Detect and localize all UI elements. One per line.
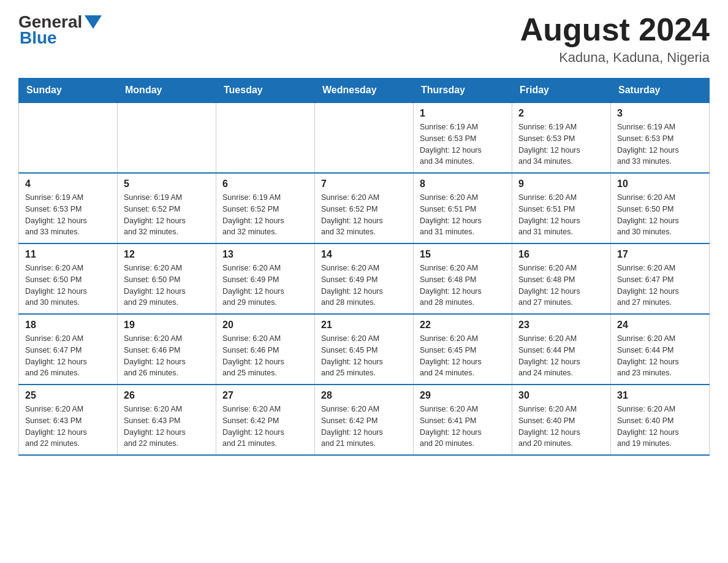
day-number: 20: [222, 320, 308, 331]
day-number: 28: [321, 390, 407, 401]
page-header: General Blue August 2024 Kaduna, Kaduna,…: [18, 12, 710, 66]
day-info: Sunrise: 6:20 AM Sunset: 6:42 PM Dayligh…: [321, 404, 407, 450]
calendar-day-25: 25Sunrise: 6:20 AM Sunset: 6:43 PM Dayli…: [19, 385, 118, 455]
calendar-day-10: 10Sunrise: 6:20 AM Sunset: 6:50 PM Dayli…: [611, 173, 710, 243]
day-number: 29: [420, 390, 506, 401]
calendar-day-11: 11Sunrise: 6:20 AM Sunset: 6:50 PM Dayli…: [19, 243, 118, 314]
calendar-day-31: 31Sunrise: 6:20 AM Sunset: 6:40 PM Dayli…: [611, 385, 710, 455]
calendar-day-8: 8Sunrise: 6:20 AM Sunset: 6:51 PM Daylig…: [414, 173, 512, 243]
day-info: Sunrise: 6:20 AM Sunset: 6:47 PM Dayligh…: [25, 333, 111, 379]
day-number: 26: [124, 390, 210, 401]
weekday-header-wednesday: Wednesday: [315, 79, 414, 103]
calendar-day-21: 21Sunrise: 6:20 AM Sunset: 6:45 PM Dayli…: [315, 314, 414, 385]
calendar-day-15: 15Sunrise: 6:20 AM Sunset: 6:48 PM Dayli…: [414, 243, 512, 314]
day-info: Sunrise: 6:20 AM Sunset: 6:44 PM Dayligh…: [617, 333, 703, 379]
svg-marker-0: [85, 15, 102, 29]
calendar-day-16: 16Sunrise: 6:20 AM Sunset: 6:48 PM Dayli…: [512, 243, 611, 314]
day-info: Sunrise: 6:20 AM Sunset: 6:49 PM Dayligh…: [321, 262, 407, 308]
day-info: Sunrise: 6:20 AM Sunset: 6:46 PM Dayligh…: [222, 333, 308, 379]
day-info: Sunrise: 6:20 AM Sunset: 6:50 PM Dayligh…: [124, 262, 210, 308]
calendar-week-row: 4Sunrise: 6:19 AM Sunset: 6:53 PM Daylig…: [19, 173, 710, 243]
day-number: 10: [617, 178, 703, 190]
title-block: August 2024 Kaduna, Kaduna, Nigeria: [520, 12, 710, 66]
day-number: 16: [518, 249, 604, 260]
calendar-day-29: 29Sunrise: 6:20 AM Sunset: 6:41 PM Dayli…: [414, 385, 512, 455]
day-info: Sunrise: 6:20 AM Sunset: 6:41 PM Dayligh…: [420, 404, 506, 450]
day-info: Sunrise: 6:20 AM Sunset: 6:43 PM Dayligh…: [124, 404, 210, 450]
day-info: Sunrise: 6:20 AM Sunset: 6:50 PM Dayligh…: [617, 192, 703, 238]
calendar-day-3: 3Sunrise: 6:19 AM Sunset: 6:53 PM Daylig…: [611, 102, 710, 173]
day-number: 18: [25, 320, 111, 331]
month-title: August 2024: [520, 12, 710, 47]
day-info: Sunrise: 6:20 AM Sunset: 6:40 PM Dayligh…: [518, 404, 604, 450]
calendar-day-4: 4Sunrise: 6:19 AM Sunset: 6:53 PM Daylig…: [19, 173, 118, 243]
day-number: 13: [222, 249, 308, 260]
day-number: 31: [617, 390, 703, 401]
calendar-day-27: 27Sunrise: 6:20 AM Sunset: 6:42 PM Dayli…: [216, 385, 315, 455]
day-number: 27: [222, 390, 308, 401]
calendar-day-24: 24Sunrise: 6:20 AM Sunset: 6:44 PM Dayli…: [611, 314, 710, 385]
day-info: Sunrise: 6:20 AM Sunset: 6:50 PM Dayligh…: [25, 262, 111, 308]
calendar-empty-cell: [315, 102, 414, 173]
calendar-day-30: 30Sunrise: 6:20 AM Sunset: 6:40 PM Dayli…: [512, 385, 611, 455]
calendar-day-22: 22Sunrise: 6:20 AM Sunset: 6:45 PM Dayli…: [414, 314, 512, 385]
weekday-header-sunday: Sunday: [19, 79, 118, 103]
day-info: Sunrise: 6:20 AM Sunset: 6:47 PM Dayligh…: [617, 262, 703, 308]
calendar-day-6: 6Sunrise: 6:19 AM Sunset: 6:52 PM Daylig…: [216, 173, 315, 243]
calendar-day-7: 7Sunrise: 6:20 AM Sunset: 6:52 PM Daylig…: [315, 173, 414, 243]
calendar-day-1: 1Sunrise: 6:19 AM Sunset: 6:53 PM Daylig…: [414, 102, 512, 173]
calendar-empty-cell: [118, 102, 216, 173]
location-title: Kaduna, Kaduna, Nigeria: [520, 50, 710, 66]
calendar-week-row: 25Sunrise: 6:20 AM Sunset: 6:43 PM Dayli…: [19, 385, 710, 455]
day-number: 15: [420, 249, 506, 260]
day-info: Sunrise: 6:19 AM Sunset: 6:53 PM Dayligh…: [420, 121, 506, 167]
calendar-day-19: 19Sunrise: 6:20 AM Sunset: 6:46 PM Dayli…: [118, 314, 216, 385]
day-info: Sunrise: 6:20 AM Sunset: 6:51 PM Dayligh…: [518, 192, 604, 238]
calendar-day-13: 13Sunrise: 6:20 AM Sunset: 6:49 PM Dayli…: [216, 243, 315, 314]
calendar-day-12: 12Sunrise: 6:20 AM Sunset: 6:50 PM Dayli…: [118, 243, 216, 314]
day-number: 25: [25, 390, 111, 401]
calendar-week-row: 18Sunrise: 6:20 AM Sunset: 6:47 PM Dayli…: [19, 314, 710, 385]
day-number: 6: [222, 178, 308, 190]
day-number: 19: [124, 320, 210, 331]
day-number: 3: [617, 108, 703, 119]
weekday-header-monday: Monday: [118, 79, 216, 103]
weekday-header-row: SundayMondayTuesdayWednesdayThursdayFrid…: [19, 79, 710, 103]
day-number: 8: [420, 178, 506, 190]
day-info: Sunrise: 6:20 AM Sunset: 6:48 PM Dayligh…: [518, 262, 604, 308]
day-number: 17: [617, 249, 703, 260]
logo: General Blue: [18, 12, 102, 48]
day-number: 21: [321, 320, 407, 331]
day-number: 7: [321, 178, 407, 190]
calendar-day-23: 23Sunrise: 6:20 AM Sunset: 6:44 PM Dayli…: [512, 314, 611, 385]
calendar-day-5: 5Sunrise: 6:19 AM Sunset: 6:52 PM Daylig…: [118, 173, 216, 243]
calendar-day-17: 17Sunrise: 6:20 AM Sunset: 6:47 PM Dayli…: [611, 243, 710, 314]
day-number: 22: [420, 320, 506, 331]
day-number: 30: [518, 390, 604, 401]
day-info: Sunrise: 6:20 AM Sunset: 6:44 PM Dayligh…: [518, 333, 604, 379]
day-info: Sunrise: 6:20 AM Sunset: 6:46 PM Dayligh…: [124, 333, 210, 379]
day-number: 4: [25, 178, 111, 190]
day-info: Sunrise: 6:20 AM Sunset: 6:42 PM Dayligh…: [222, 404, 308, 450]
day-number: 24: [617, 320, 703, 331]
calendar-day-18: 18Sunrise: 6:20 AM Sunset: 6:47 PM Dayli…: [19, 314, 118, 385]
day-number: 5: [124, 178, 210, 190]
logo-blue: Blue: [20, 28, 57, 48]
day-info: Sunrise: 6:19 AM Sunset: 6:53 PM Dayligh…: [518, 121, 604, 167]
calendar-day-14: 14Sunrise: 6:20 AM Sunset: 6:49 PM Dayli…: [315, 243, 414, 314]
calendar-empty-cell: [19, 102, 118, 173]
logo-triangle-icon: [85, 15, 102, 29]
day-number: 1: [420, 108, 506, 119]
day-info: Sunrise: 6:20 AM Sunset: 6:45 PM Dayligh…: [420, 333, 506, 379]
calendar-day-26: 26Sunrise: 6:20 AM Sunset: 6:43 PM Dayli…: [118, 385, 216, 455]
weekday-header-saturday: Saturday: [611, 79, 710, 103]
calendar-week-row: 1Sunrise: 6:19 AM Sunset: 6:53 PM Daylig…: [19, 102, 710, 173]
calendar-week-row: 11Sunrise: 6:20 AM Sunset: 6:50 PM Dayli…: [19, 243, 710, 314]
day-info: Sunrise: 6:20 AM Sunset: 6:49 PM Dayligh…: [222, 262, 308, 308]
day-info: Sunrise: 6:20 AM Sunset: 6:45 PM Dayligh…: [321, 333, 407, 379]
day-info: Sunrise: 6:20 AM Sunset: 6:40 PM Dayligh…: [617, 404, 703, 450]
day-number: 9: [518, 178, 604, 190]
day-number: 12: [124, 249, 210, 260]
weekday-header-thursday: Thursday: [414, 79, 512, 103]
weekday-header-tuesday: Tuesday: [216, 79, 315, 103]
